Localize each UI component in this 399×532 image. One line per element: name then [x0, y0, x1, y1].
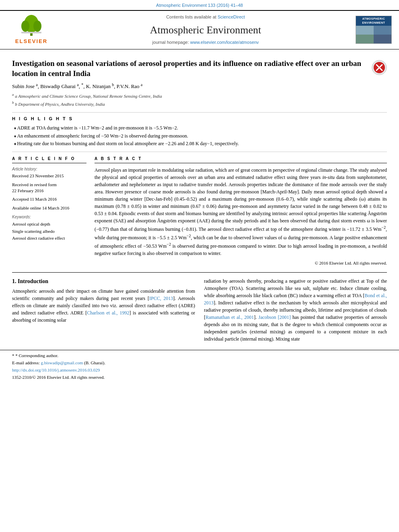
elsevier-label: ELSEVIER: [15, 38, 47, 45]
abstract-text: Aerosol plays an important role in modul…: [95, 166, 387, 257]
affiliation-a: a a Atmospheric and Climate Science Grou…: [12, 92, 387, 99]
article-info-abstract: A R T I C L E I N F O Article history: R…: [12, 156, 387, 266]
journal-header: ELSEVIER Contents lists available at Sci…: [0, 10, 399, 49]
crossmark-icon: [372, 60, 387, 75]
article-title-section: Investigation on seasonal variations of …: [12, 58, 387, 79]
svg-rect-4: [21, 32, 41, 33]
authors-line: Subin Jose a, Biswadip Gharai a, *, K. N…: [12, 82, 387, 90]
email-note: E-mail address: g.biswadip@gmail.com (B.…: [12, 360, 387, 366]
keywords-label: Keywords:: [12, 214, 86, 220]
journal-ref-text: Atmospheric Environment 133 (2016) 41–48: [156, 3, 243, 8]
journal-logo-top-label: ATMOSPHERICENVIRONMENT: [356, 16, 391, 26]
keyword-1: Aerosol optical depth: [12, 221, 86, 227]
main-content: Investigation on seasonal variations of …: [0, 49, 399, 343]
article-title: Investigation on seasonal variations of …: [12, 58, 367, 79]
header-inner: ELSEVIER Contents lists available at Sci…: [0, 11, 399, 49]
article-info-title: A R T I C L E I N F O: [12, 156, 86, 163]
abstract-col: A B S T R A C T Aerosol plays an importa…: [95, 156, 387, 266]
journal-homepage: journal homepage: www.elsevier.com/locat…: [60, 39, 352, 45]
keyword-3: Aerosol direct radiative effect: [12, 235, 86, 241]
abstract-title: A B S T R A C T: [95, 156, 387, 163]
journal-logo-images: [356, 26, 391, 43]
section-divider: [12, 272, 387, 273]
corresponding-author-note: * * Corresponding author.: [12, 353, 387, 359]
highlights-title: H I G H L I G H T S: [12, 116, 387, 122]
doi-link[interactable]: http://dx.doi.org/10.1016/j.atmosenv.201…: [12, 368, 100, 372]
logo-cell-2: [374, 26, 391, 35]
journal-title: Atmospheric Environment: [60, 23, 352, 37]
homepage-url[interactable]: www.elsevier.com/locate/atmosenv: [190, 40, 259, 45]
svg-point-2: [21, 21, 29, 32]
intro-right-text: radiation by aerosols thereby, producing…: [204, 277, 387, 343]
received-date: Received 23 November 2015: [12, 173, 86, 179]
elsevier-tree-icon: [17, 15, 45, 37]
affiliation-b: b b Department of Physics, Andhra Univer…: [12, 100, 387, 107]
intro-left-text: Atmospheric aerosols and their impact on…: [12, 288, 195, 324]
article-history-label: Article history:: [12, 166, 86, 172]
keyword-2: Single scattering albedo: [12, 228, 86, 234]
highlights-section: H I G H L I G H T S ADRE at TOA during w…: [12, 112, 387, 152]
homepage-label: journal homepage:: [152, 40, 189, 45]
logo-cell-1: [356, 26, 374, 35]
journal-logo: ATMOSPHERICENVIRONMENT: [356, 16, 392, 44]
sciencedirect-label: Contents lists available at: [166, 14, 216, 19]
article-info-col: A R T I C L E I N F O Article history: R…: [12, 156, 86, 266]
intro-left-col: 1. Introduction Atmospheric aerosols and…: [12, 277, 195, 343]
logo-cell-3: [356, 35, 374, 43]
journal-ref-bar: Atmospheric Environment 133 (2016) 41–48: [0, 0, 399, 10]
crossmark-badge: [372, 60, 387, 75]
sciencedirect-line: Contents lists available at ScienceDirec…: [60, 14, 352, 20]
highlight-item-3: Heating rate due to biomass burning and …: [12, 140, 387, 147]
accepted-date: Accepted 11 March 2016: [12, 196, 86, 202]
copyright-text: © 2016 Elsevier Ltd. All rights reserved…: [95, 260, 387, 266]
header-center: Contents lists available at ScienceDirec…: [56, 14, 356, 45]
sciencedirect-link[interactable]: ScienceDirect: [218, 14, 245, 19]
highlight-item-1: ADRE at TOA during winter is −11.7 Wm−2 …: [12, 125, 387, 131]
received-revised-date: Received in revised form22 February 2016: [12, 182, 86, 194]
email-link[interactable]: g.biswadip@gmail.com: [41, 360, 83, 365]
section-heading: 1. Introduction: [12, 277, 195, 286]
available-date: Available online 14 March 2016: [12, 205, 86, 211]
page: Atmospheric Environment 133 (2016) 41–48…: [0, 0, 399, 532]
doi-line[interactable]: http://dx.doi.org/10.1016/j.atmosenv.201…: [12, 367, 387, 373]
introduction-section: 1. Introduction Atmospheric aerosols and…: [12, 277, 387, 343]
elsevier-logo: ELSEVIER: [7, 15, 56, 45]
highlight-item-2: An enhancement of atmospheric forcing of…: [12, 133, 387, 140]
footer-section: * * Corresponding author. E-mail address…: [0, 350, 399, 381]
intro-right-col: radiation by aerosols thereby, producing…: [204, 277, 387, 343]
logo-cell-4: [374, 35, 391, 43]
issn-line: 1352-2310/© 2016 Elsevier Ltd. All right…: [12, 374, 387, 380]
svg-point-3: [33, 21, 41, 32]
